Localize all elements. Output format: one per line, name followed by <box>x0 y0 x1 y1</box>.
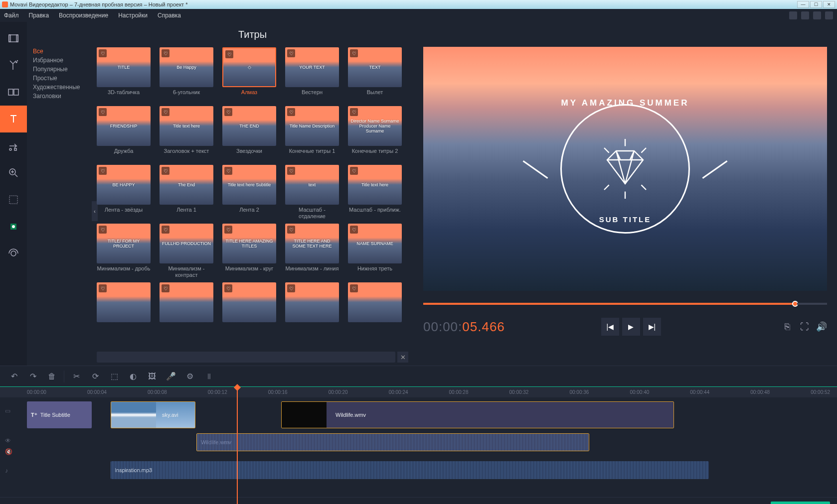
color-button[interactable]: ◐ <box>124 368 142 385</box>
menu-playback[interactable]: Воспроизведение <box>59 12 108 19</box>
title-preset[interactable]: ♡Be Happy6-угольник <box>160 47 213 103</box>
save-button[interactable]: Сохранить <box>771 502 830 504</box>
clip-sky[interactable]: sky.avi <box>111 401 195 428</box>
title-preset[interactable]: ♡ <box>348 282 402 338</box>
title-thumb[interactable]: ♡The End <box>160 165 213 205</box>
title-thumb[interactable]: ♡BE HAPPY <box>97 165 151 205</box>
favorite-icon[interactable]: ♡ <box>225 50 233 58</box>
title-thumb[interactable]: ♡TITLE HERE AND SOME TEXT HERE <box>285 224 339 263</box>
title-preset[interactable]: ♡ <box>285 282 339 338</box>
title-thumb[interactable]: ♡FULLHD PRODUCTION <box>160 224 213 263</box>
title-preset[interactable]: ♡Title Name DescriptionКонечные титры 1 <box>285 106 339 162</box>
title-preset[interactable]: ♡ <box>97 282 151 338</box>
tool-record[interactable] <box>0 240 27 267</box>
title-thumb[interactable]: ♡◇ <box>222 47 276 87</box>
favorite-icon[interactable]: ♡ <box>350 284 358 292</box>
favorite-icon[interactable]: ♡ <box>287 167 295 175</box>
title-thumb[interactable]: ♡ <box>348 282 402 322</box>
crop-button[interactable]: ⬚ <box>105 368 123 385</box>
title-preset[interactable]: ♡YOUR TEXTВестерн <box>285 47 339 103</box>
title-preset[interactable]: ♡TITLE HERE AMAZING TITLESМинимализм - к… <box>222 224 276 279</box>
favorite-icon[interactable]: ♡ <box>99 167 107 175</box>
title-preset[interactable]: ♡Title text here SubtitleЛента 2 <box>222 165 276 221</box>
favorite-icon[interactable]: ♡ <box>350 108 358 116</box>
preview-canvas[interactable]: MY AMAZING SUMMER SUB <box>423 47 827 291</box>
title-thumb[interactable]: ♡Title text here Subtitle <box>222 165 276 205</box>
minimize-button[interactable]: — <box>797 1 809 8</box>
clip-props-button[interactable]: ⚙ <box>181 368 199 385</box>
timeline-tracks[interactable]: ▭ 👁 🔇 ♪ T⁺Title Subtitle sky.avi Wildlif… <box>0 397 837 497</box>
image-button[interactable]: 🖼 <box>143 368 161 385</box>
favorite-icon[interactable]: ♡ <box>162 49 169 57</box>
category-all[interactable]: Все <box>33 47 88 56</box>
title-thumb[interactable]: ♡TITLE <box>97 47 151 87</box>
tool-zoom[interactable] <box>0 159 27 186</box>
title-preset[interactable]: ♡Director Name Surname Producer Name Sur… <box>348 106 402 162</box>
play-button[interactable]: ▶ <box>622 318 640 336</box>
favorite-icon[interactable]: ♡ <box>350 167 358 175</box>
export-frame-icon[interactable]: ⎘ <box>782 321 793 332</box>
title-thumb[interactable]: ♡FRIENDSHIP <box>97 106 151 146</box>
title-thumb[interactable]: ♡Be Happy <box>160 47 213 87</box>
title-preset[interactable]: ♡NAME SURNAMEНижняя треть <box>348 224 402 279</box>
tool-titles[interactable] <box>0 106 27 132</box>
title-thumb[interactable]: ♡Title text here <box>160 106 213 146</box>
track-eye-icon[interactable]: 👁 <box>5 437 12 444</box>
share-youtube-icon[interactable] <box>789 11 797 19</box>
title-thumb[interactable]: ♡TITLE/ FOR MY PROJECT <box>97 224 151 263</box>
equalizer-button[interactable]: ⫴ <box>200 368 218 385</box>
favorite-icon[interactable]: ♡ <box>162 167 169 175</box>
cut-button[interactable]: ✂ <box>67 368 85 385</box>
title-preset[interactable]: ♡TITLE/ FOR MY PROJECTМинимализм - дробь <box>97 224 151 279</box>
title-thumb[interactable]: ♡ <box>160 282 213 322</box>
track-video-icon[interactable]: ▭ <box>5 407 10 414</box>
category-popular[interactable]: Популярные <box>33 65 88 74</box>
tool-import[interactable] <box>0 25 27 52</box>
title-thumb[interactable]: ♡THE END <box>222 106 276 146</box>
favorite-icon[interactable]: ♡ <box>99 226 107 234</box>
rotate-button[interactable]: ⟳ <box>86 368 104 385</box>
favorite-icon[interactable]: ♡ <box>99 108 107 116</box>
favorite-icon[interactable]: ♡ <box>162 226 169 234</box>
track-mute-icon[interactable]: 🔇 <box>5 448 12 455</box>
menu-settings[interactable]: Настройки <box>118 12 148 19</box>
title-preset[interactable]: ♡TEXTВылет <box>348 47 402 103</box>
clip-music[interactable]: Inspiration.mp3 <box>111 461 709 479</box>
preview-seek[interactable] <box>423 299 827 309</box>
title-preset[interactable]: ♡TITLE HERE AND SOME TEXT HEREМинимализм… <box>285 224 339 279</box>
search-clear[interactable]: ✕ <box>397 352 408 363</box>
share-fb-icon[interactable] <box>813 11 821 19</box>
tool-chroma[interactable] <box>0 213 27 240</box>
delete-button[interactable]: 🗑 <box>43 368 61 385</box>
title-preset[interactable]: ♡ <box>160 282 213 338</box>
favorite-icon[interactable]: ♡ <box>224 284 232 292</box>
tool-filters[interactable] <box>0 52 27 79</box>
title-thumb[interactable]: ♡TEXT <box>348 47 402 87</box>
title-preset[interactable]: ♡Title text hereМасштаб - приближ. <box>348 165 402 221</box>
title-preset[interactable]: ♡ <box>222 282 276 338</box>
volume-icon[interactable]: 🔊 <box>816 321 827 332</box>
title-thumb[interactable]: ♡ <box>97 282 151 322</box>
track-music-icon[interactable]: ♪ <box>5 467 8 474</box>
title-preset[interactable]: ♡FULLHD PRODUCTIONМинимализм - контраст <box>160 224 213 279</box>
playhead[interactable] <box>237 387 238 504</box>
clip-wildlife[interactable]: Wildlife.wmv <box>281 401 674 428</box>
undo-button[interactable]: ↶ <box>5 368 23 385</box>
tool-stickers[interactable] <box>0 132 27 159</box>
clip-wildlife-audio[interactable]: Wildlife.wmv <box>196 433 589 451</box>
titles-grid[interactable]: ♡TITLE3D-табличка♡Be Happy6-угольник♡◇Ал… <box>92 47 413 349</box>
title-preset[interactable]: ♡BE HAPPYЛента - звёзды <box>97 165 151 221</box>
mic-button[interactable]: 🎤 <box>162 368 180 385</box>
favorite-icon[interactable]: ♡ <box>162 284 169 292</box>
menu-edit[interactable]: Правка <box>29 12 49 19</box>
category-favorites[interactable]: Избранное <box>33 56 88 65</box>
share-other-icon[interactable] <box>825 11 833 19</box>
close-button[interactable]: ✕ <box>823 1 835 8</box>
title-thumb[interactable]: ♡Director Name Surname Producer Name Sur… <box>348 106 402 146</box>
title-thumb[interactable]: ♡YOUR TEXT <box>285 47 339 87</box>
redo-button[interactable]: ↷ <box>24 368 42 385</box>
tool-transitions[interactable] <box>0 79 27 106</box>
title-thumb[interactable]: ♡Title Name Description <box>285 106 339 146</box>
favorite-icon[interactable]: ♡ <box>224 108 232 116</box>
favorite-icon[interactable]: ♡ <box>287 49 295 57</box>
